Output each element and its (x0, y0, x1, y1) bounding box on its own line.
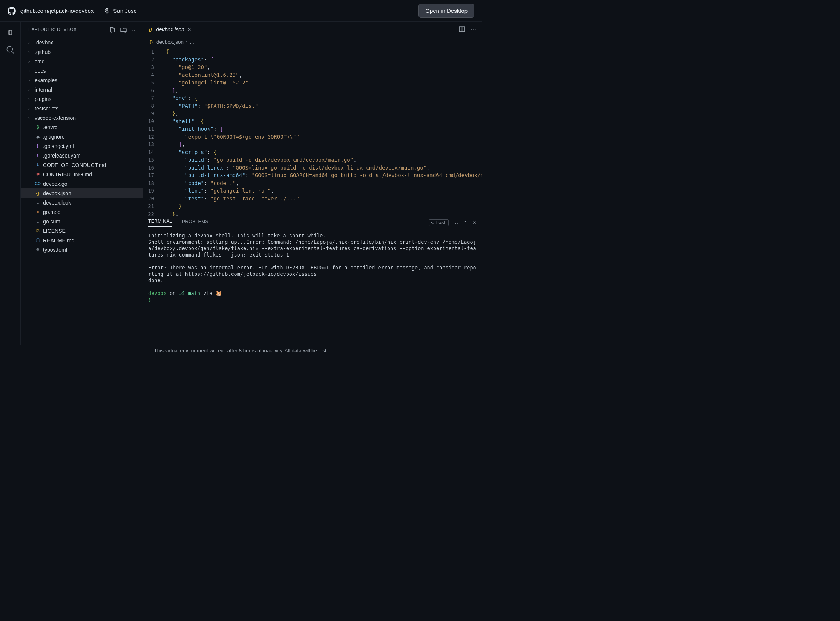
tabs-bar: {} devbox.json ✕ ··· (143, 22, 482, 37)
tab-devbox-json[interactable]: {} devbox.json ✕ (143, 22, 196, 37)
file-tree: ›.devbox›.github›cmd›docs›examples›inter… (21, 37, 143, 345)
file-tree-item[interactable]: ›cmd (21, 57, 143, 66)
new-folder-icon[interactable] (120, 26, 127, 33)
file-name: testscripts (35, 106, 58, 112)
chevron-icon: › (28, 78, 32, 83)
close-tab-icon[interactable]: ✕ (187, 26, 192, 32)
code-area[interactable]: 1234567891011121314151617181920212223 { … (143, 47, 482, 216)
file-type-icon: ⓘ (35, 237, 41, 243)
file-name: .envrc (43, 124, 57, 130)
file-type-icon: ! (35, 153, 41, 158)
file-tree-item[interactable]: !.golangci.yml (21, 141, 143, 151)
file-tree-item[interactable]: ⓘREADME.md (21, 236, 143, 245)
file-tree-item[interactable]: ›plugins (21, 94, 143, 104)
terminal-pane: TERMINAL PROBLEMS bash ··· ⌃ ✕ Initializ… (143, 216, 482, 345)
explorer-activity-icon[interactable] (3, 27, 13, 38)
file-tree-item[interactable]: ⬇CODE_OF_CONDUCT.md (21, 160, 143, 170)
file-name: devbox.lock (43, 200, 71, 206)
file-tree-item[interactable]: ›vscode-extension (21, 113, 143, 122)
chevron-icon: › (28, 87, 32, 92)
file-tree-item[interactable]: ›testscripts (21, 104, 143, 113)
chevron-icon: › (28, 68, 32, 73)
file-type-icon: ◆ (35, 134, 41, 139)
breadcrumb-file: devbox.json (156, 39, 184, 45)
file-name: plugins (35, 96, 51, 102)
terminal-more-icon[interactable]: ··· (453, 220, 459, 226)
terminal-tab[interactable]: TERMINAL (148, 219, 172, 227)
file-name: CONTRIBUTING.md (43, 171, 92, 177)
code-content[interactable]: { "packages": [ "go@1.20", "actionlint@1… (159, 47, 482, 216)
split-editor-icon[interactable] (459, 26, 465, 32)
file-tree-item[interactable]: ›docs (21, 66, 143, 75)
sidebar-header: EXPLORER: DEVBOX ··· (21, 22, 143, 37)
file-tree-item[interactable]: ≡go.mod (21, 207, 143, 217)
file-tree-item[interactable]: ✱CONTRIBUTING.md (21, 170, 143, 179)
file-type-icon: ⚙ (35, 247, 41, 252)
file-name: .goreleaser.yaml (43, 153, 82, 159)
file-name: cmd (35, 58, 44, 64)
location-text: San Jose (113, 8, 137, 14)
file-tree-item[interactable]: ⚖LICENSE (21, 226, 143, 236)
breadcrumb[interactable]: {} devbox.json › ... (143, 37, 482, 47)
file-tree-item[interactable]: ›examples (21, 75, 143, 85)
breadcrumb-separator: › (186, 39, 188, 45)
file-name: .devbox (35, 40, 53, 46)
location-icon (104, 8, 110, 14)
svg-point-1 (7, 46, 12, 52)
activity-bar (0, 22, 21, 345)
breadcrumb-more: ... (190, 39, 194, 45)
file-type-icon: ≡ (35, 200, 41, 205)
file-name: typos.toml (43, 247, 67, 253)
file-type-icon: $ (35, 125, 41, 130)
file-tree-item[interactable]: $.envrc (21, 122, 143, 132)
svg-point-0 (106, 9, 108, 11)
terminal-tabs: TERMINAL PROBLEMS bash ··· ⌃ ✕ (143, 216, 482, 229)
file-type-icon: ≡ (35, 210, 41, 214)
file-type-icon: ! (35, 143, 41, 149)
file-type-icon: ≡ (35, 219, 41, 224)
chevron-icon: › (28, 59, 32, 64)
sidebar: EXPLORER: DEVBOX ··· ›.devbox›.github›cm… (21, 22, 143, 345)
tab-label: devbox.json (156, 26, 184, 32)
file-tree-item[interactable]: ›.github (21, 47, 143, 57)
file-name: examples (35, 77, 57, 83)
terminal-chevron-up-icon[interactable]: ⌃ (463, 220, 468, 226)
chevron-icon: › (28, 49, 32, 55)
file-name: CODE_OF_CONDUCT.md (43, 162, 106, 168)
terminal-body[interactable]: Initializing a devbox shell. This will t… (143, 229, 482, 345)
terminal-close-icon[interactable]: ✕ (472, 220, 477, 226)
open-in-desktop-button[interactable]: Open in Desktop (418, 4, 474, 18)
sidebar-title: EXPLORER: DEVBOX (28, 27, 77, 32)
location[interactable]: San Jose (104, 8, 137, 14)
file-tree-item[interactable]: GOdevbox.go (21, 179, 143, 188)
file-name: devbox.json (43, 190, 71, 196)
file-name: go.sum (43, 219, 60, 225)
file-type-icon: ⬇ (35, 162, 41, 167)
file-type-icon: ✱ (35, 172, 41, 177)
repo-url[interactable]: github.com/jetpack-io/devbox (20, 8, 94, 14)
search-activity-icon[interactable] (5, 44, 15, 55)
file-name: .github (35, 49, 51, 55)
file-tree-item[interactable]: ›.devbox (21, 38, 143, 47)
file-name: internal (35, 87, 52, 93)
chevron-icon: › (28, 96, 32, 102)
file-tree-item[interactable]: ›internal (21, 85, 143, 94)
file-name: .gitignore (43, 134, 65, 140)
sidebar-more-icon[interactable]: ··· (131, 26, 137, 33)
file-tree-item[interactable]: {}devbox.json (21, 188, 143, 198)
file-tree-item[interactable]: ≡go.sum (21, 217, 143, 226)
file-tree-item[interactable]: ◆.gitignore (21, 132, 143, 141)
terminal-shell-selector[interactable]: bash (429, 219, 449, 226)
new-file-icon[interactable] (109, 26, 116, 33)
problems-tab[interactable]: PROBLEMS (182, 219, 208, 227)
file-tree-item[interactable]: ⚙typos.toml (21, 245, 143, 254)
file-tree-item[interactable]: !.goreleaser.yaml (21, 151, 143, 160)
editor-more-icon[interactable]: ··· (471, 26, 477, 32)
file-name: README.md (43, 237, 74, 243)
file-name: devbox.go (43, 181, 67, 187)
json-icon: {} (148, 40, 154, 44)
file-name: go.mod (43, 209, 61, 215)
file-name: LICENSE (43, 228, 66, 234)
file-tree-item[interactable]: ≡devbox.lock (21, 198, 143, 207)
editor-pane: {} devbox.json ✕ ··· {} devbox.json › ..… (143, 22, 482, 345)
